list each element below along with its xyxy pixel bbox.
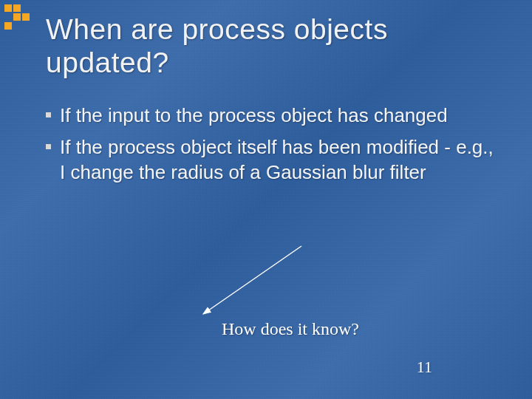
slide-title: When are process objects updated? xyxy=(46,13,517,80)
annotation-text: How does it know? xyxy=(222,319,359,339)
logo-squares xyxy=(4,4,30,30)
bullet-text: If the input to the process object has c… xyxy=(60,103,448,128)
bullet-icon xyxy=(46,144,51,149)
bullet-text: If the process object itself has been mo… xyxy=(60,135,502,185)
list-item: If the process object itself has been mo… xyxy=(46,135,502,185)
svg-line-0 xyxy=(203,246,301,314)
bullet-icon xyxy=(46,112,51,117)
bullet-list: If the input to the process object has c… xyxy=(46,103,502,192)
list-item: If the input to the process object has c… xyxy=(46,103,502,128)
page-number: 11 xyxy=(417,358,432,377)
arrow-icon xyxy=(185,240,318,329)
